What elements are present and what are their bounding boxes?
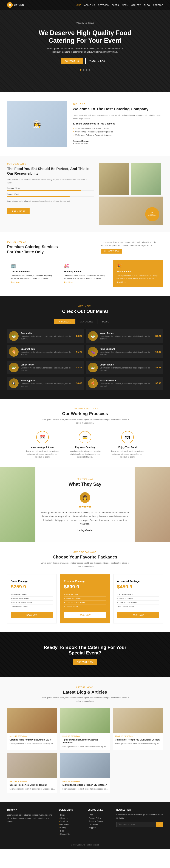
process-step: 🍽 Enjoy Your Food Lorem ipsum dolor sit …: [110, 431, 145, 459]
testimonial-text: Lorem ipsum dolor sit amet, consectetuer…: [39, 511, 131, 526]
process-section: Our Work Process Our Working Proccess Lo…: [0, 399, 170, 467]
footer-useful-link[interactable]: Privacy Policy: [88, 816, 111, 820]
menu-tab[interactable]: Dessert: [98, 319, 116, 324]
nav-link-gallery[interactable]: Gallery: [132, 4, 141, 6]
package-features: 5 Appetizers Menu3 Main Course Menu1 Dri…: [11, 592, 53, 609]
package-name: Basic Package: [11, 580, 53, 583]
blog-title: Special Recipe You Must Try Tonight: [9, 783, 55, 786]
menu-item-info: Vegan Tartine Lorem ipsum dolor sit amet…: [21, 364, 74, 372]
features-tag: Our Features: [7, 163, 94, 165]
menu-item-desc: Lorem ipsum dolor sit amet, consectetuer…: [100, 382, 153, 388]
menu-section: Our Menu Check Out Our Menu AppetizersMa…: [0, 296, 170, 399]
services-title: Premium Catering Services For Your Taste…: [7, 244, 64, 254]
cta-title: Ready To Book The Catering For Your Spec…: [41, 645, 129, 656]
watch-button[interactable]: WATCH VIDEO: [85, 58, 109, 64]
about-image: 👩‍🍳: [7, 101, 67, 147]
package-name: Advanced Package: [117, 580, 159, 583]
cta-section: Ready To Book The Catering For Your Spec…: [0, 632, 170, 677]
progress-bars: Catering Menu Organic Food: [7, 187, 94, 197]
footer: CATERO Lorem ipsum dolor sit amet, conse…: [0, 802, 170, 849]
footer-useful-link[interactable]: Support: [88, 826, 111, 829]
progress-item: Catering Menu: [7, 187, 94, 191]
service-desc: Lorem ipsum dolor sit amet, consectetuer…: [11, 274, 54, 280]
hero-dot-2[interactable]: [83, 69, 84, 71]
blog-excerpt: Lorem ipsum dolor sit amet, consectetuer…: [62, 787, 108, 790]
footer-useful-link[interactable]: Terms of Service: [88, 820, 111, 823]
menu-item-info: Fried Eggplant Lorem ipsum dolor sit ame…: [100, 348, 153, 356]
service-link[interactable]: Read More...: [11, 281, 21, 283]
footer-useful-link[interactable]: Disclaimer: [88, 823, 111, 826]
hero-dot-1[interactable]: [80, 69, 82, 71]
about-list-item: 100% Satisfied For The Product Quality: [73, 127, 163, 130]
hero-dot-4[interactable]: [88, 69, 90, 71]
footer-quick-link[interactable]: Blog: [59, 829, 82, 832]
nav-link-menu[interactable]: Menu: [122, 4, 128, 6]
menu-tab[interactable]: Main Course: [75, 319, 98, 324]
cta-button[interactable]: CONTACT NOW: [73, 659, 97, 665]
service-link[interactable]: Read More...: [116, 281, 127, 283]
package-btn[interactable]: BOOK NOW: [117, 612, 159, 618]
menu-item-price: $4.45: [155, 350, 161, 353]
service-link[interactable]: Read More...: [64, 281, 74, 283]
author-title: Founder / Owner: [73, 143, 88, 145]
blog-header: Latest News Latest Blog & Articles Lorem…: [7, 686, 163, 703]
footer-quick-link[interactable]: Our Menu: [59, 823, 82, 826]
menu-item: 🍆 Fried Eggplant Lorem ipsum dolor sit a…: [86, 345, 163, 359]
process-step-desc: Lorem ipsum dolor sit amet, consectetuer…: [67, 450, 103, 459]
features-desc2: Lorem ipsum dolor sit amet, consectetuer…: [7, 199, 94, 203]
hero-dot-3[interactable]: [86, 69, 87, 71]
testimonial-right-image: [135, 467, 170, 542]
logo-text: CATERO: [14, 4, 24, 6]
newsletter-button[interactable]: →: [156, 822, 163, 827]
menu-tab[interactable]: Appetizers: [54, 319, 75, 324]
nav-link-home[interactable]: Home: [75, 4, 81, 6]
menu-item-desc: Lorem ipsum dolor sit amet, consectetuer…: [100, 367, 153, 372]
testimonial-avatar: 👩: [80, 492, 90, 503]
menu-item-image: 🍆: [88, 347, 98, 356]
menu-item-desc: Lorem ipsum dolor sit amet, consectetuer…: [100, 351, 153, 356]
service-icon: 🎉: [116, 264, 159, 269]
nav-link-about-us[interactable]: About Us: [84, 4, 95, 6]
services-btn[interactable]: ALL SERVICES: [101, 249, 122, 254]
services-header-right: Lorem ipsum dolor sit amet, consectetuer…: [101, 241, 163, 254]
menu-item-image: 🥗: [88, 331, 98, 341]
package-btn[interactable]: BOOK NOW: [11, 612, 53, 618]
footer-brand: CATERO Lorem ipsum dolor sit amet, conse…: [7, 809, 54, 836]
contact-button[interactable]: CONTACT US: [61, 58, 83, 64]
nav-link-services[interactable]: Services: [98, 4, 109, 6]
menu-item-name: Vegan Tartine: [100, 364, 153, 366]
about-image-placeholder: 👩‍🍳: [7, 101, 67, 147]
hero-dots: [80, 69, 90, 71]
service-title: Social Events: [116, 270, 159, 273]
nav-link-contact[interactable]: Contact: [153, 4, 163, 6]
footer-useful-link[interactable]: FAQ: [88, 813, 111, 816]
footer-quick-link[interactable]: About Us: [59, 816, 82, 820]
nav-link-blog[interactable]: Blog: [144, 4, 150, 6]
footer-brand-desc: Lorem ipsum dolor sit amet, consectetuer…: [7, 813, 54, 823]
features-btn[interactable]: LEARN MORE: [7, 209, 30, 214]
hero-description: Lorem ipsum dolor sit amet, consectetuer…: [42, 47, 128, 54]
about-list-item: We Use Only Fresh and Organic Vegetables: [73, 130, 163, 133]
about-list: 100% Satisfied For The Product QualityWe…: [73, 127, 163, 137]
blog-card: March 12, 2023 / Food Catering Ideas for…: [7, 708, 57, 751]
menu-item-name: Vegan Tartine: [100, 332, 153, 335]
about-section: 👩‍🍳 About Us Welcome To The Best Caterin…: [0, 92, 170, 156]
menu-item-desc: Lorem ipsum dolor sit amet, consectetuer…: [21, 367, 74, 372]
footer-quick-link[interactable]: Home: [59, 813, 82, 816]
hero-buttons: CONTACT US WATCH VIDEO: [61, 58, 109, 64]
process-step: 💳 Pay Your Catering Lorem ipsum dolor si…: [67, 431, 103, 459]
footer-quick-list: HomeAbout UsServicesOur MenuGalleryBlogC…: [59, 813, 82, 836]
package-feature: 4 Appetizers Menu: [117, 592, 159, 596]
nav-link-pages[interactable]: Pages: [112, 4, 119, 6]
footer-quick-link[interactable]: Services: [59, 820, 82, 823]
service-card: 🎉 Social Events Lorem ipsum dolor sit am…: [113, 260, 163, 287]
footer-quick-link[interactable]: Gallery: [59, 826, 82, 829]
packages-title: Choose Your Favorite Packages: [7, 555, 163, 560]
blog-body: March 12, 2023 / Food Catering Ideas for…: [7, 733, 57, 748]
blog-body: March 12, 2023 / Food Exquisite Appetize…: [60, 778, 110, 793]
blog-tag: Latest News: [7, 686, 163, 688]
package-btn[interactable]: BOOK NOW: [64, 612, 106, 618]
footer-quick-link[interactable]: Contact Us: [59, 832, 82, 836]
newsletter-input[interactable]: [116, 822, 156, 827]
about-tag: About Us: [73, 103, 163, 105]
